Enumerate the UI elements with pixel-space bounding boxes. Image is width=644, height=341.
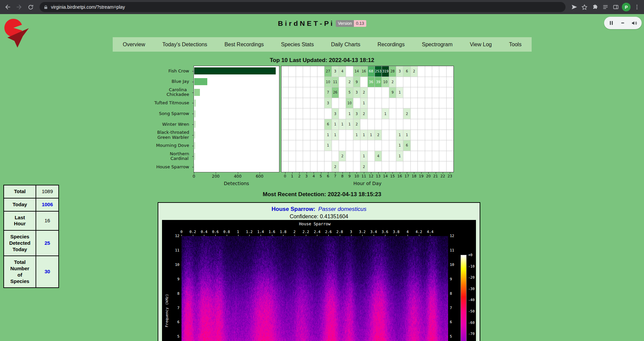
- heatmap-cell: 3: [353, 108, 360, 119]
- nav-item-recordings[interactable]: Recordings: [377, 42, 405, 48]
- heatmap-cell: [310, 66, 317, 77]
- heatmap-cell: [281, 108, 288, 119]
- spec-y-tick-label-left: 7: [171, 306, 179, 310]
- stat-value-total-number-of-species[interactable]: 30: [36, 256, 59, 288]
- heatmap-cell: [446, 140, 453, 151]
- heatmap-cell: [382, 161, 389, 172]
- heatmap-cell: 2: [411, 66, 418, 77]
- heatmap-cell: [281, 77, 288, 88]
- detections-bar-black-throated-green-warbler: [194, 131, 195, 138]
- heatmap-cell: [310, 108, 317, 119]
- spec-x-tick-label: 3.2: [359, 230, 366, 234]
- heatmap-cell: 2: [403, 108, 410, 119]
- volume-slider[interactable]: [621, 22, 624, 23]
- stats-row: Total Number of Species30: [4, 256, 59, 288]
- heat-x-tick: [443, 172, 443, 174]
- spec-x-tick: [340, 235, 340, 236]
- heatmap-cell: 1: [396, 130, 403, 140]
- nav-item-view-log[interactable]: View Log: [470, 42, 492, 48]
- spec-x-tick-label: 1.2: [246, 230, 253, 234]
- hour-tick-label: 15: [390, 174, 395, 178]
- stat-value-species-detected-today[interactable]: 25: [36, 230, 59, 256]
- heatmap-cell: [288, 108, 296, 119]
- spec-x-tick-label: 1.6: [269, 230, 275, 234]
- heatmap-cell: [317, 119, 324, 130]
- heatmap-cell: [281, 66, 288, 77]
- y-tick-mark: [192, 156, 194, 157]
- heatmap-cell: [296, 98, 303, 109]
- stats-table-body: Total1089Today1006Last Hour16Species Det…: [4, 185, 59, 288]
- address-bar[interactable]: virginia.birdnetpi.com/?stream=play: [40, 2, 566, 12]
- heatmap-cell: 1: [396, 140, 403, 151]
- pause-icon[interactable]: [608, 20, 614, 26]
- y-tick-mark: [192, 71, 194, 71]
- heatmap-cell: [303, 98, 310, 109]
- heatmap-cell: [317, 87, 324, 98]
- forward-icon[interactable]: [13, 1, 25, 13]
- spec-y-tick-label-right: 8: [450, 291, 452, 296]
- nav-item-tools[interactable]: Tools: [509, 42, 522, 48]
- heatmap-cell: [446, 66, 453, 77]
- send-icon[interactable]: [569, 1, 579, 13]
- back-icon[interactable]: [2, 1, 13, 13]
- detection-common-name[interactable]: House Sparrow:: [272, 206, 315, 212]
- nav-item-species-stats[interactable]: Species Stats: [281, 42, 314, 48]
- reading-list-icon[interactable]: [600, 1, 610, 13]
- spec-x-tick: [306, 235, 306, 236]
- heatmap-cell: [317, 108, 324, 119]
- heatmap-axes: 2734141668253319283621011293639102726532…: [281, 66, 454, 172]
- bookmark-star-icon[interactable]: [579, 1, 590, 13]
- heatmap-cell: [403, 98, 410, 109]
- heatmap-cell: 2: [332, 161, 339, 172]
- heatmap-cell: [324, 108, 331, 119]
- spectrogram[interactable]: House Sparrow Frequency (kHz) 00.20.40.6…: [162, 220, 476, 341]
- spec-y-tick-label-left: 8: [171, 291, 179, 296]
- hour-tick-label: 16: [397, 174, 402, 178]
- heat-x-tick: [292, 172, 292, 174]
- detections-bar-carolina-chickadee: [194, 89, 200, 96]
- hour-tick-label: 8: [341, 174, 343, 178]
- speaker-icon[interactable]: [631, 20, 637, 26]
- heatmap-cell: 319: [382, 66, 389, 77]
- side-panel-icon[interactable]: [610, 1, 621, 13]
- heatmap-cell: [375, 119, 382, 130]
- heatmap-cell: 3: [332, 66, 339, 77]
- heatmap-cell: [375, 108, 382, 119]
- nav-item-daily-charts[interactable]: Daily Charts: [331, 42, 360, 48]
- detections-bar-tufted-titmouse: [194, 100, 196, 107]
- extensions-icon[interactable]: [590, 1, 600, 13]
- hour-tick-label: 9: [348, 174, 351, 178]
- heatmap-cell: [411, 151, 418, 162]
- heatmap-cell: [418, 108, 425, 119]
- y-tick-mark: [192, 93, 194, 93]
- birdnet-pi-logo: [3, 17, 33, 48]
- heatmap-cell: [403, 119, 410, 130]
- heat-x-tick: [414, 172, 414, 174]
- audio-player[interactable]: [604, 17, 642, 29]
- detections-bar-blue-jay: [194, 78, 207, 85]
- nav-item-today-s-detections[interactable]: Today's Detections: [162, 42, 207, 48]
- heatmap-cell: [368, 98, 375, 109]
- hour-tick-label: 2: [298, 174, 301, 178]
- reload-icon[interactable]: [25, 1, 36, 13]
- spec-y-tick-label-left: 9: [171, 277, 179, 281]
- heatmap-cell: [296, 161, 303, 172]
- stat-label-today: Today: [4, 198, 36, 211]
- nav-item-best-recordings[interactable]: Best Recordings: [224, 42, 264, 48]
- heatmap-cell: [446, 161, 453, 172]
- heatmap-cell: [432, 119, 439, 130]
- species-label-carolina-chickadee: Carolina Chickadee: [135, 87, 192, 98]
- recent-detection-card: House Sparrow:Passer domesticus Confiden…: [158, 202, 480, 341]
- profile-avatar[interactable]: P: [622, 3, 631, 11]
- nav-item-spectrogram[interactable]: Spectrogram: [422, 42, 453, 48]
- browser-menu-icon[interactable]: [632, 1, 642, 13]
- nav-item-overview[interactable]: Overview: [123, 42, 145, 48]
- heatmap-cell: [382, 151, 389, 162]
- spectrogram-title: House Sparrow: [181, 222, 448, 226]
- heatmap-cell: [303, 108, 310, 119]
- stat-value-today[interactable]: 1006: [36, 198, 59, 211]
- nav-bar: OverviewToday's DetectionsBest Recording…: [113, 37, 532, 52]
- heatmap-cell: 5: [346, 87, 353, 98]
- heatmap-cell: 6: [403, 140, 410, 151]
- heatmap-cell: [389, 161, 396, 172]
